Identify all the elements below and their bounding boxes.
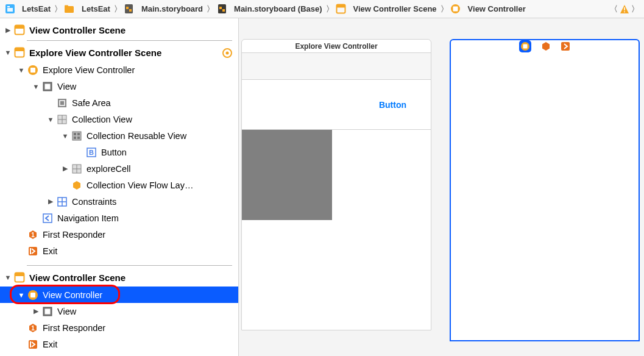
outline-row[interactable]: ▼ Collection View Flow Lay… [0, 177, 238, 193]
outline-row[interactable]: ▼ 1 First Responder [0, 226, 238, 243]
svg-rect-10 [222, 9, 225, 12]
row-label: First Responder [43, 230, 105, 240]
canvas-scene-selected[interactable] [450, 39, 640, 341]
outline-row[interactable]: ▶ View [0, 303, 238, 319]
canvas-button[interactable]: Button [379, 100, 406, 110]
outline-row[interactable]: ▼ View [0, 78, 238, 94]
firstresponder-icon[interactable] [541, 41, 551, 53]
crumb-scene[interactable]: View Controller Scene [335, 3, 437, 15]
svg-rect-27 [45, 84, 51, 89]
scene-header[interactable]: ▼ Explore View Controller Scene [0, 43, 238, 62]
disclosure-down-icon[interactable]: ▼ [32, 83, 40, 90]
history-back-button[interactable]: 〈 [610, 4, 618, 15]
svg-rect-21 [15, 48, 24, 52]
svg-rect-36 [74, 137, 76, 139]
viewcontroller-icon [27, 64, 39, 76]
canvas-scene-dock [451, 40, 639, 54]
chevron-right-icon: 〉 [441, 4, 448, 15]
disclosure-right-icon[interactable]: ▶ [4, 26, 12, 34]
disclosure-right-icon[interactable]: ▶ [32, 307, 40, 315]
exit-icon[interactable] [561, 41, 570, 53]
disclosure-down-icon[interactable]: ▼ [46, 116, 55, 123]
svg-rect-7 [129, 9, 132, 12]
row-label: Navigation Item [57, 213, 119, 223]
scene-icon [13, 46, 26, 59]
svg-rect-47 [43, 214, 52, 222]
disclosure-down-icon[interactable]: ▼ [61, 132, 69, 140]
outline-row[interactable]: ▼ Collection Reusable View [0, 127, 238, 144]
svg-text:1: 1 [31, 325, 35, 332]
crumb-folder[interactable]: LetsEat [63, 3, 110, 15]
svg-rect-66 [561, 42, 570, 51]
document-outline[interactable]: ▶ View Controller Scene ▼ Explore View C… [0, 18, 239, 356]
canvas-header-cell[interactable]: Button [242, 80, 431, 130]
outline-row[interactable]: ▼ Safe Area [0, 94, 238, 111]
canvas-explore-cell[interactable] [242, 130, 332, 220]
firstresponder-icon: 1 [27, 229, 39, 241]
svg-rect-64 [523, 44, 528, 48]
crumb-storyboard[interactable]: Main.storyboard [123, 3, 203, 15]
viewcontroller-icon[interactable] [519, 40, 531, 54]
scene-icon [335, 3, 347, 15]
project-icon [4, 3, 16, 15]
svg-rect-14 [453, 7, 458, 12]
initial-scene-icon[interactable] [222, 48, 232, 58]
svg-marker-65 [542, 42, 550, 51]
crumb-label: Main.storyboard [141, 4, 203, 13]
outline-row[interactable]: ▼ Navigation Item [0, 210, 238, 226]
svg-rect-2 [7, 6, 10, 7]
row-label: Collection View Flow Lay… [87, 180, 193, 190]
canvas-statusbar [242, 53, 431, 80]
outline-row[interactable]: ▶ exploreCell [0, 160, 238, 177]
exit-icon [27, 338, 39, 351]
crumb-storyboard-base[interactable]: Main.storyboard (Base) [216, 3, 322, 15]
row-label: Button [101, 148, 127, 157]
outline-row[interactable]: ▼ B Button [0, 144, 238, 160]
view-icon [41, 80, 54, 93]
svg-rect-37 [77, 137, 80, 139]
row-label: Collection View [72, 115, 132, 124]
scene-title: Explore View Controller Scene [29, 48, 161, 58]
svg-rect-17 [624, 11, 625, 12]
outline-row[interactable]: ▼ Collection View [0, 111, 238, 127]
storyboard-dark-icon [216, 3, 228, 15]
canvas-scene-explore[interactable]: Explore View Controller Button [241, 39, 431, 330]
svg-text:1: 1 [31, 232, 35, 238]
scene-header[interactable]: ▼ View Controller Scene [0, 268, 238, 287]
outline-row-selected[interactable]: ▼ View Controller [0, 287, 238, 303]
canvas-scene-title: Explore View Controller [242, 40, 431, 53]
scene-icon [13, 24, 26, 36]
crumb-label: View Controller Scene [353, 4, 437, 13]
main-split: ▶ View Controller Scene ▼ Explore View C… [0, 18, 644, 356]
collectionview-icon [56, 113, 68, 126]
disclosure-right-icon[interactable]: ▶ [46, 198, 55, 205]
scene-header[interactable]: ▶ View Controller Scene [0, 21, 238, 39]
svg-rect-55 [30, 293, 35, 297]
warning-icon[interactable] [619, 4, 630, 15]
outline-row[interactable]: ▶ Constraints [0, 193, 238, 210]
outline-row[interactable]: ▼ Exit [0, 243, 238, 259]
disclosure-down-icon[interactable]: ▼ [4, 274, 12, 281]
history-forward-button[interactable]: 〉 [631, 4, 639, 15]
view-icon [41, 305, 54, 318]
scene-title: View Controller Scene [29, 272, 126, 283]
outline-row[interactable]: ▼ Exit [0, 336, 238, 352]
disclosure-down-icon[interactable]: ▼ [17, 66, 26, 74]
svg-rect-34 [74, 133, 76, 135]
crumb-viewcontroller[interactable]: View Controller [450, 3, 526, 15]
outline-row[interactable]: ▼ Explore View Controller [0, 62, 238, 78]
svg-rect-35 [77, 133, 80, 135]
viewcontroller-icon [450, 3, 462, 15]
row-label: Constraints [72, 197, 116, 207]
collectioncell-icon [71, 163, 83, 175]
crumb-label: LetsEat [22, 4, 51, 13]
canvas[interactable]: Explore View Controller Button [239, 18, 644, 356]
svg-rect-1 [7, 8, 13, 12]
disclosure-down-icon[interactable]: ▼ [17, 291, 26, 299]
disclosure-down-icon[interactable]: ▼ [4, 49, 12, 56]
canvas-view[interactable] [451, 54, 639, 340]
outline-row[interactable]: ▼ 1 First Responder [0, 319, 238, 336]
crumb-project[interactable]: LetsEat [4, 3, 51, 15]
svg-marker-43 [73, 181, 80, 190]
disclosure-right-icon[interactable]: ▶ [61, 165, 69, 173]
